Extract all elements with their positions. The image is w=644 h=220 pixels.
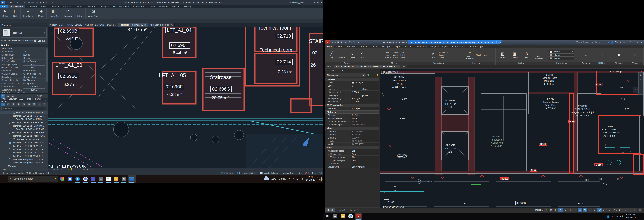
palette-section-misc[interactable]: Misc− <box>325 146 379 149</box>
status-toggle[interactable]: ▦ <box>549 208 553 212</box>
browser-item[interactable]: Floor Plan: LEVEL 01 FINISHES ... <box>0 114 48 118</box>
ribbon-tab-structure[interactable]: Structure <box>25 5 39 8</box>
properties-scrollbar[interactable] <box>46 48 48 82</box>
properties-dropdown-2[interactable]: ByLayer▾ <box>549 57 574 60</box>
network-icon[interactable]: ⊡ <box>616 215 618 218</box>
collapse-icon[interactable]: − <box>376 146 378 149</box>
home-icon[interactable]: ⌂ <box>290 1 291 4</box>
edit-type-button[interactable]: Edit Type <box>38 40 46 42</box>
palette-row-value[interactable]: ByColor <box>351 114 379 116</box>
ribbon-panel-work-pla-[interactable]: ▨Work Pla... <box>86 8 101 18</box>
property-row[interactable]: Graphic Display Op...Edit... <box>0 66 48 69</box>
modify-tool-stretch[interactable]: Stretch <box>385 56 391 58</box>
modify-tool-trim[interactable]: Trim <box>400 52 405 54</box>
autodesk-a360-icon[interactable]: ◬ <box>626 41 628 44</box>
sort-default-icon[interactable]: ≡↕ <box>1 94 5 98</box>
layout-tab--[interactable]: + <box>360 208 366 212</box>
palette-row[interactable]: LineweightByLayer <box>327 94 379 97</box>
palette-row-value[interactable]: 0 <box>351 84 379 87</box>
close-icon[interactable]: ✕ <box>44 24 46 26</box>
network-icon[interactable]: ⊡ <box>296 178 298 180</box>
palette-row[interactable]: UCS icon at originNo <box>327 156 379 159</box>
palette-row[interactable]: UCS Name <box>327 162 379 165</box>
ribbon-tab-featured-apps[interactable]: Featured Apps <box>468 45 486 48</box>
revit-logo-icon[interactable]: R <box>1 0 5 4</box>
shadows-icon[interactable]: ◑ <box>68 168 68 170</box>
type-selector[interactable]: Floor Plan ▾ <box>1 28 46 38</box>
modify-tool-mirror[interactable]: Mirror <box>393 54 398 56</box>
browser-item[interactable]: Floor Plan: LEVEL 01 OVERVIEW <box>0 131 48 134</box>
taskbar-icon-chrome[interactable] <box>347 212 354 220</box>
close-icon[interactable]: ✕ <box>144 24 146 26</box>
view-tab[interactable]: 01 FINISHES PLAN - FLOORS... <box>84 23 118 27</box>
ribbon-tab-modify[interactable]: Modify <box>182 5 193 8</box>
taskbar-icon-greenshot[interactable]: G <box>120 175 128 183</box>
browser-item[interactable]: Floor Plan: LEVEL 01 WAVE SEN... <box>0 154 48 158</box>
select-underlay-icon[interactable]: ➤✕ <box>299 172 302 174</box>
weather-condition[interactable]: Cloudy <box>279 178 286 180</box>
ribbon-panel-select[interactable]: ►Select <box>0 8 11 18</box>
ribbon-panel-opening[interactable]: ◠Opening <box>61 8 74 18</box>
palette-row-value[interactable]: 9278.6542 <box>351 139 379 142</box>
status-toggle[interactable]: ∠ <box>578 208 582 212</box>
qat-default-3d-view-icon[interactable]: ⌂ <box>46 1 48 4</box>
start-button[interactable]: ⊞ <box>323 212 332 220</box>
minimize-button[interactable]: ─ <box>314 1 316 4</box>
palette-row-value[interactable]: 0.0000 <box>351 136 379 139</box>
temporary-hide-icon[interactable]: ⬚ <box>74 168 76 170</box>
palette-row-value[interactable]: Yes <box>351 152 379 156</box>
status-toggle[interactable]: ⋏+ <box>602 208 606 212</box>
drag-elements-icon[interactable]: ✥ <box>312 172 314 174</box>
taskbar-icon-teams[interactable]: T <box>89 175 97 183</box>
browser-item[interactable]: Floor Plan: LEVEL 01 FINISH... <box>0 111 48 114</box>
file-tab-start[interactable]: Start <box>324 65 334 68</box>
palette-row-value[interactable]: ByLayer <box>351 94 379 97</box>
palette-row-value[interactable]: ByLayer <box>351 87 379 90</box>
revit-view-control-bar[interactable]: 1 : 100 ▭◳☼◑💡⬚◎⟟▥⬒◇ <box>48 168 199 171</box>
collapse-icon[interactable]: ^ <box>46 44 46 46</box>
property-row[interactable]: Detail LevelCoarse <box>0 56 48 60</box>
viewcube-south[interactable]: S <box>630 94 633 97</box>
palette-row[interactable]: Annotation scale1:1 <box>327 149 379 152</box>
signed-in-user[interactable]: razvan_tudor.f... <box>292 1 307 4</box>
help-icon[interactable]: ? <box>630 41 631 44</box>
ribbon-panel-model[interactable]: ◆Model <box>36 8 46 18</box>
ribbon-tab-view[interactable]: View <box>371 45 380 48</box>
editable-only-checkbox[interactable]: Editable Only <box>279 172 294 174</box>
notification-center-icon[interactable]: ▤ 4 <box>317 177 322 180</box>
palette-section-3d-visualization[interactable]: 3D Visualization− <box>325 104 379 107</box>
ribbon-tab-insert[interactable]: Insert <box>334 45 344 48</box>
qat-measure-icon[interactable]: ⟷ <box>31 1 34 4</box>
palette-row-value[interactable]: ByLayer <box>351 81 379 84</box>
ribbon-tab-annotate[interactable]: Annotate <box>84 5 98 8</box>
palette-row[interactable]: Layer0 <box>327 84 379 87</box>
eraser-icon[interactable]: ◪ <box>22 102 26 106</box>
palette-row-value[interactable] <box>351 162 379 165</box>
palette-row-value[interactable]: 91281.3289 <box>351 130 379 133</box>
ribbon-tab-view[interactable]: View <box>148 5 157 8</box>
start-button[interactable]: ⊞ <box>0 175 8 183</box>
panel-icon[interactable]: ⌗ <box>598 54 607 56</box>
palette-row[interactable]: UCS per viewportYes <box>327 159 379 162</box>
minimize-button[interactable]: ─ <box>634 41 636 44</box>
ribbon-tab-manage[interactable]: Manage <box>380 45 392 48</box>
panel-name-draw[interactable]: Draw ▾ <box>324 62 370 65</box>
select-by-face-icon[interactable]: ⎘ <box>308 172 310 174</box>
browser-item[interactable]: Floor Plan: LEVEL 01 POWER &... <box>0 144 48 148</box>
ribbon-tab-insert[interactable]: Insert <box>74 5 84 8</box>
revit-quick-access-toolbar[interactable]: ▱▣⟳↶↷⎙▥⟷⌐⌐⟠A⌂◑⫽⹀ <box>6 1 56 4</box>
user-menu-caret-icon[interactable]: ▾ <box>308 1 310 4</box>
status-toggle[interactable]: ⛶ <box>633 208 638 212</box>
browser-item[interactable]: Floor Plan: LEVEL 01 TEST FIT P... <box>0 151 48 154</box>
model-space-label[interactable]: MODEL <box>535 208 543 212</box>
modify-tool-array[interactable]: Array <box>400 56 405 58</box>
property-value[interactable]: Edit... <box>23 88 45 91</box>
weather-icon[interactable] <box>264 178 269 180</box>
sort-az-icon[interactable]: A↓ <box>6 94 10 98</box>
status-toggle[interactable]: ▫△ <box>628 208 632 212</box>
filter-icon[interactable]: ▼:0 <box>318 172 322 174</box>
status-toggle[interactable]: ⚙ ▾ <box>618 208 623 212</box>
autocad-drawing-area[interactable]: [-][Top][2D Wireframe] 〉 02.696ALIFT LOB… <box>380 69 644 208</box>
property-row[interactable]: View Scale1 : 100 <box>0 47 48 50</box>
palette-row-value[interactable]: None <box>351 117 379 120</box>
